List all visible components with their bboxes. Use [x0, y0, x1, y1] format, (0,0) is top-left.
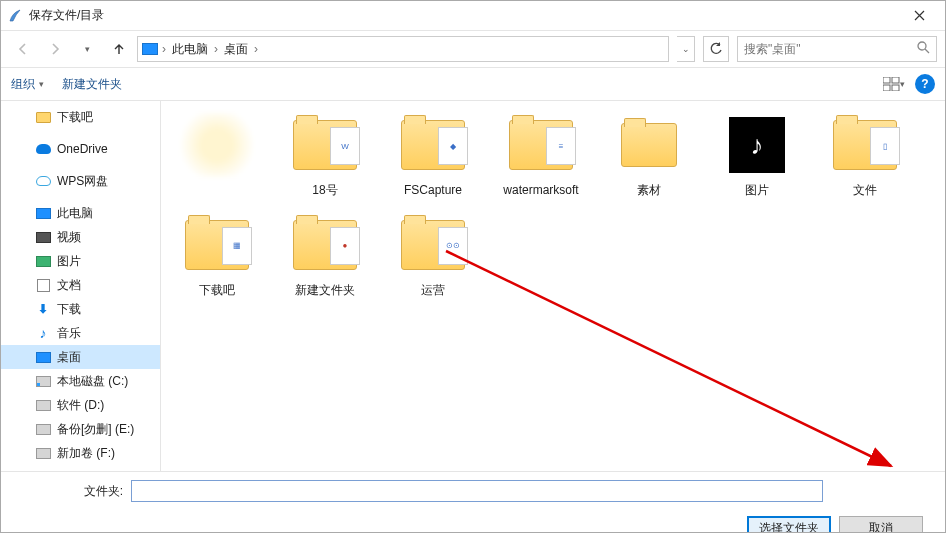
onedrive-icon: [36, 144, 51, 154]
tree-desktop[interactable]: 桌面: [1, 345, 160, 369]
close-button[interactable]: [899, 2, 939, 30]
tree-drive-e[interactable]: 备份[勿删] (E:): [1, 417, 160, 441]
chevron-down-icon: ⌄: [682, 44, 690, 54]
search-box[interactable]: [737, 36, 937, 62]
refresh-icon: [709, 42, 723, 56]
arrow-up-icon: [112, 42, 126, 56]
tree-onedrive[interactable]: OneDrive: [1, 137, 160, 161]
folder-icon: [36, 112, 51, 123]
organize-label: 组织: [11, 76, 35, 93]
pc-icon: [142, 43, 158, 55]
folder-item[interactable]: ●新建文件夹: [273, 209, 377, 303]
tree-this-pc[interactable]: 此电脑: [1, 201, 160, 225]
file-pane[interactable]: W18号 ◆FSCapture ≡watermarksoft 素材 ♪图片 ▯文…: [161, 101, 945, 471]
organize-menu[interactable]: 组织 ▾: [11, 76, 44, 93]
address-bar[interactable]: › 此电脑 › 桌面 ›: [137, 36, 669, 62]
document-icon: [37, 279, 50, 292]
svg-rect-2: [892, 77, 899, 83]
folder-icon: [621, 123, 677, 167]
pictures-icon: [36, 256, 51, 267]
forward-button[interactable]: [41, 35, 69, 63]
title-bar: 保存文件/目录: [1, 1, 945, 31]
svg-rect-1: [883, 77, 890, 83]
folder-icon: W: [293, 120, 357, 170]
chevron-down-icon: ▾: [900, 79, 905, 89]
select-folder-button[interactable]: 选择文件夹: [747, 516, 831, 533]
folder-item[interactable]: ◆FSCapture: [381, 109, 485, 203]
folder-item-blurred[interactable]: [165, 109, 269, 203]
recent-button[interactable]: ▾: [73, 35, 101, 63]
help-icon: ?: [921, 77, 928, 91]
nav-bar: ▾ › 此电脑 › 桌面 › ⌄: [1, 31, 945, 67]
new-folder-label: 新建文件夹: [62, 76, 122, 93]
up-button[interactable]: [105, 35, 133, 63]
cloud-icon: [36, 176, 51, 186]
nav-tree: 下载吧 OneDrive WPS网盘 此电脑 视频 图片 文档 ⬇下载 ♪音乐 …: [1, 101, 161, 471]
chevron-down-icon: ▾: [39, 79, 44, 89]
view-button[interactable]: ▾: [883, 73, 905, 95]
close-icon: [914, 10, 925, 21]
folder-item[interactable]: ≡watermarksoft: [489, 109, 593, 203]
tree-downloads-folder[interactable]: 下载吧: [1, 105, 160, 129]
folder-icon: ⊙⊙: [401, 220, 465, 270]
blurred-thumbnail: [178, 113, 256, 177]
folder-icon: ▯: [833, 120, 897, 170]
folder-item[interactable]: 素材: [597, 109, 701, 203]
tree-pictures[interactable]: 图片: [1, 249, 160, 273]
dialog-footer: 文件夹: 选择文件夹 取消: [1, 471, 945, 533]
download-icon: ⬇: [35, 302, 51, 316]
arrow-left-icon: [16, 42, 30, 56]
tree-drive-d[interactable]: 软件 (D:): [1, 393, 160, 417]
back-button[interactable]: [9, 35, 37, 63]
svg-rect-4: [892, 85, 899, 91]
new-folder-button[interactable]: 新建文件夹: [62, 76, 122, 93]
folder-item[interactable]: ▦下载吧: [165, 209, 269, 303]
search-icon: [917, 41, 930, 57]
drive-icon: [36, 424, 51, 435]
folder-name-label: 文件夹:: [13, 483, 123, 500]
help-button[interactable]: ?: [915, 74, 935, 94]
arrow-right-icon: [48, 42, 62, 56]
cancel-button[interactable]: 取消: [839, 516, 923, 533]
tree-music[interactable]: ♪音乐: [1, 321, 160, 345]
drive-icon: [36, 400, 51, 411]
chevron-down-icon: ▾: [85, 44, 90, 54]
breadcrumb-sep: ›: [160, 42, 168, 56]
tiktok-icon: ♪: [729, 117, 785, 173]
folder-icon: ●: [293, 220, 357, 270]
breadcrumb-root[interactable]: 此电脑: [170, 41, 210, 58]
breadcrumb-current[interactable]: 桌面: [222, 41, 250, 58]
tree-drive-c[interactable]: 本地磁盘 (C:): [1, 369, 160, 393]
app-icon: [7, 8, 23, 24]
folder-item[interactable]: ⊙⊙运营: [381, 209, 485, 303]
view-icon: [883, 77, 900, 91]
folder-item[interactable]: ♪图片: [705, 109, 809, 203]
tree-videos[interactable]: 视频: [1, 225, 160, 249]
drive-icon: [36, 376, 51, 387]
tree-downloads2[interactable]: ⬇下载: [1, 297, 160, 321]
folder-item[interactable]: W18号: [273, 109, 377, 203]
svg-point-0: [918, 42, 926, 50]
toolbar: 组织 ▾ 新建文件夹 ▾ ?: [1, 67, 945, 101]
folder-name-input[interactable]: [131, 480, 823, 502]
window-title: 保存文件/目录: [29, 7, 899, 24]
video-icon: [36, 232, 51, 243]
folder-item[interactable]: ▯文件: [813, 109, 917, 203]
svg-rect-3: [883, 85, 890, 91]
tree-drive-f[interactable]: 新加卷 (F:): [1, 441, 160, 465]
search-input[interactable]: [744, 42, 917, 56]
tree-documents[interactable]: 文档: [1, 273, 160, 297]
folder-icon: ◆: [401, 120, 465, 170]
music-icon: ♪: [35, 326, 51, 340]
tree-wps[interactable]: WPS网盘: [1, 169, 160, 193]
desktop-icon: [36, 352, 51, 363]
pc-icon: [36, 208, 51, 219]
folder-icon: ▦: [185, 220, 249, 270]
drive-icon: [36, 448, 51, 459]
refresh-button[interactable]: [703, 36, 729, 62]
address-dropdown[interactable]: ⌄: [677, 36, 695, 62]
folder-icon: ≡: [509, 120, 573, 170]
